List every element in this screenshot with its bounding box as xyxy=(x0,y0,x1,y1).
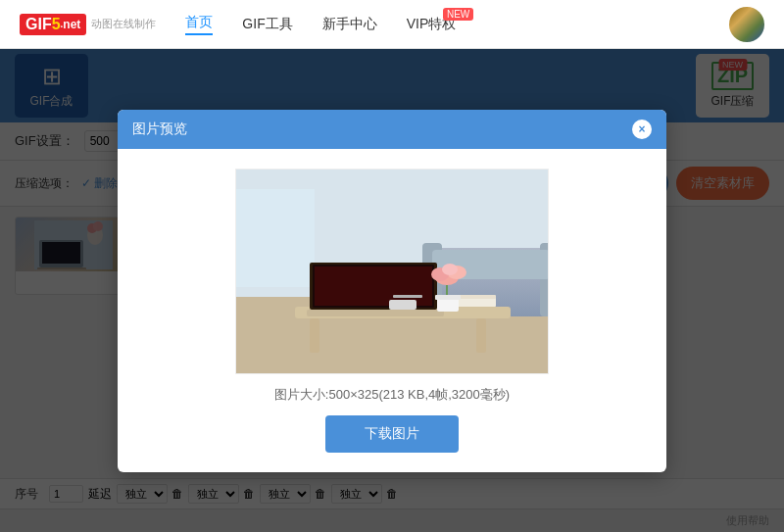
image-preview-modal: 图片预览 × xyxy=(118,110,666,472)
nav-vip-badge: NEW xyxy=(443,8,473,21)
nav-tools[interactable]: GIF工具 xyxy=(242,16,292,33)
modal-preview-image xyxy=(235,169,549,374)
nav-newbie[interactable]: 新手中心 xyxy=(322,16,377,33)
modal-download-button[interactable]: 下载图片 xyxy=(325,415,459,453)
main-area: ⊞ GIF合成 NEW ZIP GIF压缩 GIF设置： 压缩选项： ✓ 删除多… xyxy=(0,49,784,532)
avatar[interactable] xyxy=(729,7,764,42)
svg-rect-17 xyxy=(476,318,486,353)
modal-image-inner xyxy=(236,169,548,373)
modal-header: 图片预览 × xyxy=(118,110,666,149)
logo-gif-text: GIF xyxy=(25,16,52,33)
logo-subtitle: 动图在线制作 xyxy=(91,17,156,31)
svg-rect-32 xyxy=(389,300,416,310)
modal-image-info: 图片大小:500×325(213 KB,4帧,3200毫秒) xyxy=(274,386,510,404)
main-nav: 首页 GIF工具 新手中心 VIP特权 NEW xyxy=(185,14,729,35)
logo-num-text: 5 xyxy=(52,16,61,33)
svg-rect-16 xyxy=(310,318,319,353)
svg-rect-10 xyxy=(236,189,315,287)
svg-rect-20 xyxy=(307,310,444,316)
svg-rect-30 xyxy=(435,295,461,300)
modal-overlay: 图片预览 × xyxy=(0,49,784,532)
logo: GIF5.net 动图在线制作 xyxy=(20,14,156,35)
modal-title: 图片预览 xyxy=(132,121,187,138)
svg-rect-33 xyxy=(393,295,422,298)
nav-vip[interactable]: VIP特权 NEW xyxy=(407,16,457,33)
nav-home[interactable]: 首页 xyxy=(185,14,213,35)
header: GIF5.net 动图在线制作 首页 GIF工具 新手中心 VIP特权 NEW xyxy=(0,0,784,49)
logo-box: GIF5.net xyxy=(20,14,86,35)
svg-point-27 xyxy=(442,264,458,275)
modal-body: 图片大小:500×325(213 KB,4帧,3200毫秒) 下载图片 xyxy=(118,149,666,472)
logo-net-text: net xyxy=(63,18,80,31)
modal-close-button[interactable]: × xyxy=(632,120,652,139)
